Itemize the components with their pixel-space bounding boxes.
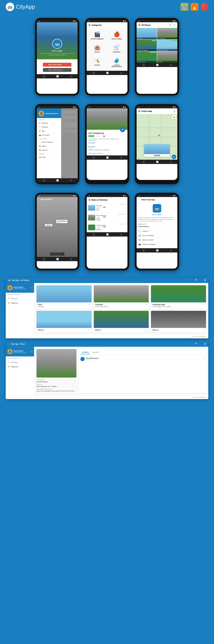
drawer-item-all-places[interactable]: 📍 All Places [37,125,61,129]
drawer-item-gallery[interactable]: 🖼️ Gallery [37,144,61,148]
place-thumb-5[interactable]: Cipatujah [157,51,177,63]
place-thumb-1[interactable]: 43.11 km Situ Sanghiyang [157,28,177,39]
tab-reviews[interactable]: REVIEWS [80,351,90,354]
nav-home-2[interactable]: ⬜ [106,72,109,74]
cat-label-5: TOURIST DESTINATIONS [108,64,125,67]
nav-back-9[interactable]: ⬛ [142,249,145,252]
status-bar-7: 9:41📶 🔋 [37,194,78,197]
delete-btn-2[interactable]: 🗑 [203,304,204,306]
review-delete-icon[interactable]: 🗑 [202,358,204,360]
drawer-user-name: Ihsan Badruzaman [45,113,58,114]
nav-home-6[interactable]: ⬜ [156,161,158,163]
about-back-icon[interactable]: ← [138,198,140,201]
cat-food[interactable]: 🍎 FOOD & DRINK [107,29,126,42]
nav-home[interactable]: ⬜ [56,75,59,78]
map-location-btn[interactable]: ◎ [172,154,176,159]
sidebar-chevron-1[interactable]: ▾ [32,287,32,289]
favorite-button[interactable]: ★ [120,127,125,132]
ar-back-button[interactable]: ← AR Location [38,198,52,200]
nav-back-8[interactable]: ⬛ [92,233,95,236]
status-bar-2: 9:41📶 🔋 [87,20,128,22]
place-thumb-0[interactable]: Situ Gede [136,28,157,39]
place-thumb-4[interactable]: 44,302.30 km Kampung Naga [136,51,157,63]
connect-item-facebook[interactable]: 👍 Like us on Facebook [138,233,176,238]
drawer-item-reviews[interactable]: ⭐ Rates & Reviews [37,140,61,144]
admin-search-icon[interactable]: 🔍 [195,279,198,282]
drawer-item-about[interactable]: ℹ️ About [37,156,61,160]
nav-recent-8[interactable]: ◁ [120,233,122,236]
delete-btn-0[interactable]: 🗑 [88,304,90,306]
drawer-item-signout[interactable]: 🚪 Sign Out [37,148,61,152]
delete-btn-1[interactable]: 🗑 [146,304,147,306]
map-place-card[interactable]: Cipatujah [144,144,170,157]
nav-back-4[interactable]: ⬛ [42,179,45,182]
cat-tourist[interactable]: 🧳 TOURIST DESTINATIONS [107,55,126,70]
admin-title-2: City App - Place [11,343,25,345]
nav-home-7[interactable]: ⬜ [56,258,59,260]
web-place-info-3: 🗑 Place 4 [36,328,92,332]
sign-in-google-button[interactable]: 🔴 Sign in with Google [43,63,72,66]
hamburger-icon[interactable]: ☰ [88,24,90,26]
more-icon[interactable]: ⋮ [174,24,176,26]
admin-home-icon[interactable]: 🏠 [8,279,10,281]
nav-home-9[interactable]: ⬜ [156,249,158,252]
cat-hotels[interactable]: 🏨 HOTELS [88,42,107,55]
nav-back-7[interactable]: ⬛ [42,258,45,260]
reviewer-stars: ★★★★☆ [86,359,202,360]
sidebar-item-categories-2[interactable]: ⊞ Categories [6,364,34,369]
nav-back-3[interactable]: ⬛ [142,64,145,66]
drawer-item-ar[interactable]: 📷 AR Location [37,133,61,137]
place-thumb-3[interactable]: 55.96 km Pantai Sindangkerta [157,40,177,51]
connect-item-email[interactable]: ✉️ Contact us [138,229,176,233]
connect-item-twitter[interactable]: 🐦 Follow us on Twitter [138,238,176,242]
sidebar-item-categories-1[interactable]: ⊞ Categories [6,301,34,305]
admin-back-icon[interactable]: ← [8,343,10,345]
delete-btn-3[interactable]: 🗑 [88,329,90,331]
sidebar-chevron-2[interactable]: ▾ [32,350,32,352]
admin-menu-icon[interactable]: ☰ [204,279,206,282]
instagram-icon: 📷 [138,243,141,246]
delete-btn-5[interactable]: 🗑 [203,329,204,331]
admin-user-icon[interactable]: 👤 [200,279,202,282]
nav-recent-7[interactable]: ◁ [70,258,72,260]
admin-user-icon-2[interactable]: 👤 [200,342,202,345]
admin-menu-icon-2[interactable]: ☰ [204,342,206,345]
nav-home-3[interactable]: ⬜ [156,64,158,66]
nav-home-5[interactable]: ⬜ [106,156,109,159]
hamburger-icon-2[interactable]: ☰ [138,24,140,26]
sidebar-item-all-places-2[interactable]: 📍 All Places [6,360,34,364]
nav-home-8[interactable]: ⬜ [106,233,109,236]
nav-recent-5[interactable]: ◁ [120,156,122,159]
hamburger-icon-3[interactable]: ☰ [138,110,140,112]
tab-gallery[interactable]: GALLERY [90,351,100,354]
map-compass[interactable]: ⊕ [172,115,176,119]
cat-entertainments[interactable]: 🎬 ENTERTAINMENTS [88,29,107,42]
nav-recent[interactable]: ◁ [70,75,72,78]
drawer-item-categories[interactable]: ⊞ Categories [37,121,61,125]
web-place-info-4: 🗑 Place 5 [94,328,149,332]
nav-recent-6[interactable]: ◁ [170,161,172,163]
phone-drawer-screen: 9:41📶 🔋 👤 Ihsan Badruzaman Category ⊞ Ca… [37,106,78,182]
map-search-icon[interactable]: 🔍 [173,110,176,112]
nav-back-6[interactable]: ⬛ [142,161,145,163]
nav-recent-9[interactable]: ◁ [170,249,172,252]
cat-sports[interactable]: 🤸 SPORTS [88,55,107,70]
admin-search-icon-2[interactable]: 🔍 [195,342,198,345]
nav-recent-2[interactable]: ◁ [120,72,122,74]
sidebar-item-all-places-1[interactable]: 📍 All Places [6,296,34,301]
connect-item-instagram[interactable]: 📷 Follow us on Instagram [138,242,176,246]
nav-recent-4[interactable]: ◁ [70,179,72,182]
phone-ar: 9:41📶 🔋 ← AR Location Cipatujah Situ San… [35,193,79,270]
search-icon[interactable]: 🔍 [169,24,172,26]
nav-back-5[interactable]: ⬛ [92,156,95,159]
sign-in-anon-button[interactable]: 👤 Sign in as Anonymous [43,68,72,72]
cat-shopping[interactable]: 🛒 SHOPPING [107,42,126,55]
nav-home-4[interactable]: ⬜ [56,179,59,182]
hamburger-icon-4[interactable]: ☰ [88,198,90,201]
nav-recent-3[interactable]: ◁ [170,64,172,66]
nav-back[interactable]: ⬛ [42,75,45,78]
place-thumb-2[interactable]: 49.40 km Gunung Galunggung [136,40,157,51]
delete-btn-4[interactable]: 🗑 [146,329,147,331]
drawer-item-map[interactable]: 🗺️ Map [37,129,61,133]
nav-back-2[interactable]: ⬛ [92,72,95,74]
